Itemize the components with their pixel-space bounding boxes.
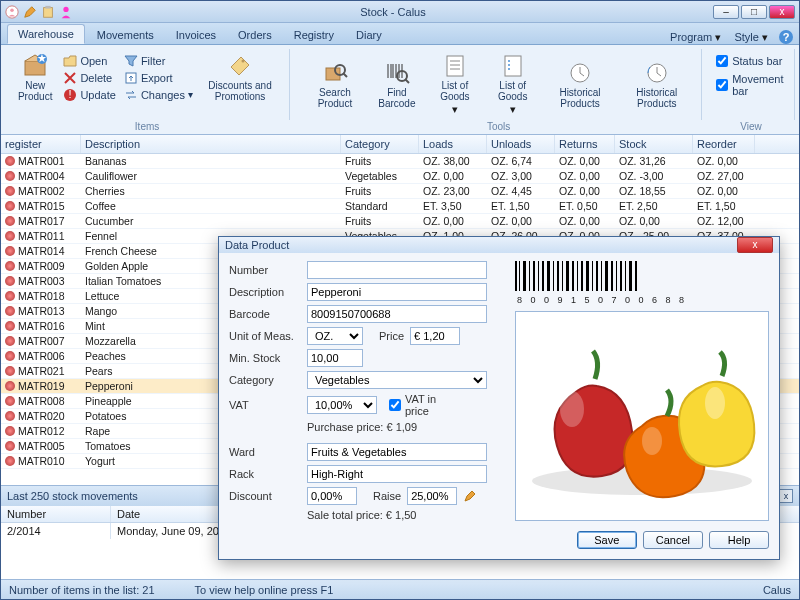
group-items-label: Items xyxy=(5,121,289,132)
row-icon xyxy=(5,366,15,376)
menu-program[interactable]: Program xyxy=(670,31,712,43)
vat-in-price-checkbox[interactable]: VAT in price xyxy=(389,393,461,417)
row-icon xyxy=(5,291,15,301)
help-button[interactable]: Help xyxy=(709,531,769,549)
row-icon xyxy=(5,276,15,286)
svg-rect-37 xyxy=(533,261,535,291)
delete-button[interactable]: Delete xyxy=(61,70,117,86)
svg-rect-40 xyxy=(547,261,550,291)
row-icon xyxy=(5,306,15,316)
discounts-button[interactable]: Discounts and Promotions xyxy=(199,51,281,104)
uom-select[interactable]: OZ. xyxy=(307,327,363,345)
data-product-dialog: Data Product x Number Description Barcod… xyxy=(218,236,780,560)
svg-line-22 xyxy=(405,79,409,83)
ward-field[interactable] xyxy=(307,443,487,461)
titlebar: Stock - Calus – □ x xyxy=(1,1,799,23)
tab-orders[interactable]: Orders xyxy=(228,26,282,44)
svg-rect-3 xyxy=(45,5,50,8)
row-icon xyxy=(5,441,15,451)
tab-diary[interactable]: Diary xyxy=(346,26,392,44)
rack-field[interactable] xyxy=(307,465,487,483)
table-row[interactable]: MATR017CucumberFruitsOZ. 0,00OZ. 0,00OZ.… xyxy=(1,214,799,229)
svg-rect-58 xyxy=(635,261,637,291)
qat-paste-icon[interactable] xyxy=(41,5,55,19)
svg-rect-34 xyxy=(519,261,520,291)
svg-point-30 xyxy=(508,68,510,70)
svg-rect-51 xyxy=(601,261,602,291)
minstock-field[interactable] xyxy=(307,349,363,367)
update-button[interactable]: !Update xyxy=(61,87,117,103)
statusbar-checkbox[interactable]: Status bar xyxy=(716,55,786,67)
ribbon-tabs: Warehouse Movements Invoices Orders Regi… xyxy=(1,23,799,45)
raise-field[interactable] xyxy=(407,487,457,505)
hist-products2-button[interactable]: Historical Products xyxy=(620,58,693,111)
category-select[interactable]: Vegetables xyxy=(307,371,487,389)
svg-rect-38 xyxy=(538,261,539,291)
qat-user-icon[interactable] xyxy=(59,5,73,19)
svg-rect-2 xyxy=(44,7,53,17)
number-field[interactable] xyxy=(307,261,487,279)
menu-style[interactable]: Style xyxy=(734,31,758,43)
group-tools-label: Tools xyxy=(296,121,701,132)
close-button[interactable]: x xyxy=(769,5,795,19)
row-icon xyxy=(5,426,15,436)
vat-select[interactable]: 10,00% xyxy=(307,396,377,414)
sale-price-label: Sale total price: € 1,50 xyxy=(229,509,505,521)
help-icon[interactable]: ? xyxy=(779,30,793,44)
svg-rect-46 xyxy=(577,261,578,291)
svg-line-14 xyxy=(343,73,347,77)
svg-rect-36 xyxy=(529,261,530,291)
new-product-button[interactable]: ★ New Product xyxy=(13,51,57,104)
svg-point-28 xyxy=(508,60,510,62)
table-row[interactable]: MATR001BananasFruitsOZ. 38,00OZ. 6,74OZ.… xyxy=(1,154,799,169)
svg-rect-45 xyxy=(572,261,574,291)
svg-point-29 xyxy=(508,64,510,66)
tab-registry[interactable]: Registry xyxy=(284,26,344,44)
row-icon xyxy=(5,456,15,466)
table-row[interactable]: MATR002CherriesFruitsOZ. 23,00OZ. 4,45OZ… xyxy=(1,184,799,199)
qat-edit-icon[interactable] xyxy=(23,5,37,19)
svg-point-60 xyxy=(560,391,584,427)
minimize-button[interactable]: – xyxy=(713,5,739,19)
movementbar-checkbox[interactable]: Movement bar xyxy=(716,73,786,97)
tab-invoices[interactable]: Invoices xyxy=(166,26,226,44)
row-icon xyxy=(5,261,15,271)
row-icon xyxy=(5,156,15,166)
status-help: To view help online press F1 xyxy=(195,584,334,596)
movements-close-icon[interactable]: x xyxy=(779,489,793,503)
svg-rect-41 xyxy=(553,261,554,291)
edit-raise-icon[interactable] xyxy=(463,489,477,503)
svg-point-1 xyxy=(10,8,14,12)
save-button[interactable]: Save xyxy=(577,531,637,549)
maximize-button[interactable]: □ xyxy=(741,5,767,19)
row-icon xyxy=(5,171,15,181)
barcode-field[interactable] xyxy=(307,305,487,323)
svg-rect-53 xyxy=(611,261,613,291)
svg-rect-52 xyxy=(605,261,608,291)
list-goods2-button[interactable]: List of Goods ▾ xyxy=(486,51,540,118)
svg-rect-48 xyxy=(586,261,589,291)
discount-field[interactable] xyxy=(307,487,357,505)
open-button[interactable]: Open xyxy=(61,53,117,69)
svg-rect-42 xyxy=(557,261,559,291)
cancel-button[interactable]: Cancel xyxy=(643,531,703,549)
tab-warehouse[interactable]: Warehouse xyxy=(7,24,85,44)
description-field[interactable] xyxy=(307,283,487,301)
search-product-button[interactable]: Search Product xyxy=(304,58,366,111)
table-row[interactable]: MATR015CoffeeStandardET. 3,50ET. 1,50ET.… xyxy=(1,199,799,214)
find-barcode-button[interactable]: Find Barcode xyxy=(370,58,424,111)
tab-movements[interactable]: Movements xyxy=(87,26,164,44)
changes-button[interactable]: Changes ▾ xyxy=(122,87,195,103)
filter-button[interactable]: Filter xyxy=(122,53,195,69)
svg-rect-47 xyxy=(581,261,583,291)
price-field[interactable] xyxy=(410,327,460,345)
barcode-display: 8 0 0 9 1 5 0 7 0 0 6 8 8 xyxy=(515,261,769,305)
table-row[interactable]: MATR004CauliflowerVegetablesOZ. 0,00OZ. … xyxy=(1,169,799,184)
dialog-close-button[interactable]: x xyxy=(737,237,773,253)
svg-point-62 xyxy=(642,427,662,455)
list-goods-button[interactable]: List of Goods ▾ xyxy=(428,51,482,118)
hist-products-button[interactable]: Historical Products xyxy=(544,58,617,111)
export-button[interactable]: Export xyxy=(122,70,195,86)
purchase-price-label: Purchase price: € 1,09 xyxy=(229,421,505,433)
svg-text:★: ★ xyxy=(37,53,47,64)
